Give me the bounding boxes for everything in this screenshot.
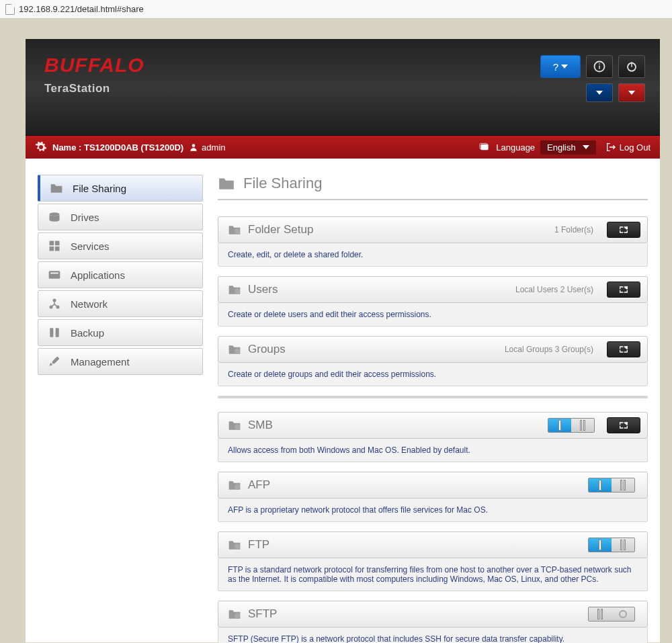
panel-description: Create or delete users and edit their ac… (218, 303, 648, 327)
svg-rect-14 (50, 273, 58, 274)
gear-icon[interactable] (35, 141, 47, 153)
svg-rect-12 (55, 247, 60, 251)
panel-header-groups[interactable]: GroupsLocal Groups 3 Group(s) (218, 336, 648, 363)
svg-rect-18 (50, 328, 53, 337)
drive-icon (48, 210, 61, 224)
svg-point-21 (235, 288, 240, 294)
toggle-switch[interactable] (548, 418, 595, 433)
panel-title: FTP (248, 538, 581, 552)
expand-button[interactable] (607, 341, 640, 357)
language-icon (478, 142, 491, 152)
svg-point-26 (235, 613, 240, 618)
panel-header-sftp[interactable]: SFTP (218, 601, 648, 628)
expand-icon (618, 285, 629, 294)
address-bar[interactable]: 192.168.9.221/detail.html#share (0, 0, 672, 19)
panel-title: Users (248, 283, 509, 296)
folder-icon (50, 181, 63, 195)
panel-title: SMB (248, 419, 541, 432)
svg-point-23 (235, 424, 240, 429)
sidebar-item-label: Network (71, 298, 108, 310)
backup-icon (48, 326, 61, 339)
sidebar-item-network[interactable]: Network (38, 290, 203, 317)
section-divider (218, 396, 648, 398)
info-bar: Name : TS1200D0AB (TS1200D) admin Langua… (26, 136, 660, 159)
sidebar-item-management[interactable]: Management (38, 348, 203, 375)
name-label: Name : (52, 142, 81, 153)
toggle-switch[interactable] (588, 607, 635, 621)
svg-point-8 (50, 212, 60, 216)
header-dropdown-2[interactable] (618, 83, 645, 102)
panel-title: Folder Setup (248, 223, 548, 237)
sidebar-item-services[interactable]: Services (38, 232, 203, 259)
expand-icon (618, 345, 629, 354)
sidebar: File SharingDrivesServicesApplicationsNe… (38, 175, 203, 642)
svg-rect-19 (56, 328, 59, 337)
panel-header-users[interactable]: UsersLocal Users 2 User(s) (218, 276, 648, 303)
logout-button[interactable]: Log Out (605, 142, 650, 153)
power-button[interactable] (618, 55, 645, 78)
panel-description: Allows access from both Windows and Mac … (218, 439, 648, 462)
apps-icon (48, 268, 61, 282)
svg-rect-1 (599, 66, 600, 69)
expand-icon (618, 421, 629, 430)
svg-rect-10 (55, 241, 60, 246)
svg-point-5 (192, 144, 196, 147)
sidebar-item-file-sharing[interactable]: File Sharing (38, 175, 203, 202)
expand-button[interactable] (607, 417, 640, 433)
panel-header-smb[interactable]: SMB (218, 412, 648, 439)
panel-icon (228, 284, 241, 296)
sidebar-item-label: Services (71, 241, 110, 252)
svg-rect-2 (599, 64, 600, 65)
chevron-down-icon (583, 145, 589, 149)
svg-point-22 (235, 348, 240, 353)
chevron-down-icon (596, 91, 603, 95)
panel-count: Local Groups 3 Group(s) (505, 345, 593, 354)
panel-title: Groups (248, 343, 498, 356)
sidebar-item-drives[interactable]: Drives (38, 204, 203, 230)
sidebar-item-backup[interactable]: Backup (38, 319, 203, 346)
header-dropdown-1[interactable] (586, 83, 613, 102)
panel-header-folder-setup[interactable]: Folder Setup1 Folder(s) (218, 216, 648, 243)
management-icon (48, 355, 61, 368)
panel-icon (228, 343, 241, 355)
svg-rect-4 (631, 62, 632, 67)
panel-description: AFP is a proprietary network protocol th… (218, 499, 648, 522)
panel-icon (228, 419, 241, 431)
panel-icon (228, 224, 241, 236)
svg-rect-13 (49, 271, 60, 279)
panel-icon (228, 539, 241, 551)
info-icon (593, 60, 605, 73)
services-icon (48, 239, 61, 253)
power-icon (626, 60, 638, 73)
sidebar-item-applications[interactable]: Applications (38, 261, 203, 288)
svg-rect-9 (50, 241, 54, 246)
panel-count: Local Users 2 User(s) (515, 285, 593, 294)
main-content: File Sharing Folder Setup1 Folder(s)Crea… (218, 175, 648, 642)
panel-icon (228, 479, 241, 491)
toggle-switch[interactable] (588, 538, 635, 552)
chevron-down-icon (628, 91, 635, 95)
info-button[interactable] (586, 55, 613, 78)
sidebar-item-label: Backup (71, 327, 104, 339)
panel-title: AFP (248, 478, 581, 492)
panel-icon (228, 608, 241, 620)
sidebar-item-label: Management (71, 356, 130, 368)
user-icon (189, 142, 198, 152)
help-button[interactable]: ? (540, 55, 581, 78)
user-display[interactable]: admin (189, 142, 225, 153)
folder-icon (218, 176, 235, 191)
panel-header-ftp[interactable]: FTP (218, 531, 648, 558)
page-title: File Sharing (218, 175, 648, 200)
panel-header-afp[interactable]: AFP (218, 472, 648, 499)
logout-icon (605, 142, 616, 153)
panel-count: 1 Folder(s) (554, 225, 593, 234)
chevron-down-icon (561, 65, 568, 69)
device-name: TS1200D0AB (TS1200D) (84, 142, 183, 153)
language-selector[interactable]: English (540, 140, 596, 155)
panel-description: SFTP (Secure FTP) is a network protocol … (218, 628, 648, 643)
expand-button[interactable] (607, 282, 640, 298)
sidebar-item-label: Applications (71, 269, 125, 281)
svg-point-17 (53, 299, 56, 302)
expand-button[interactable] (607, 222, 640, 238)
toggle-switch[interactable] (588, 478, 635, 492)
